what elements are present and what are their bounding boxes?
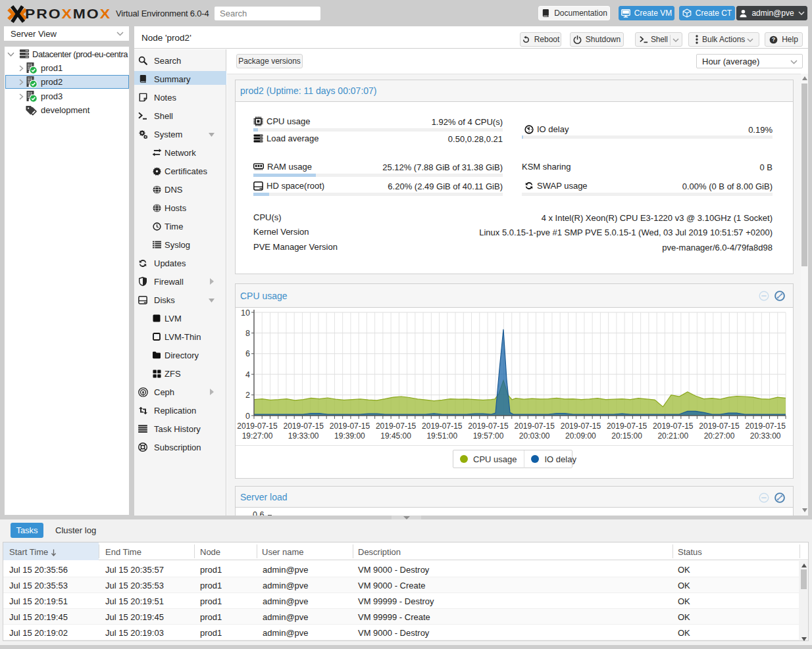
svg-text:2019-07-15: 2019-07-15 [653,421,694,431]
svg-text:4: 4 [245,370,250,379]
svg-text:2019-07-15: 2019-07-15 [607,421,647,431]
svg-text:2019-07-15: 2019-07-15 [468,421,509,431]
svg-text:19:33:00: 19:33:00 [288,431,319,441]
svg-text:2019-07-15: 2019-07-15 [699,421,740,431]
svg-text:2019-07-15: 2019-07-15 [330,421,370,431]
svg-text:?: ? [772,36,775,43]
svg-text:2019-07-15: 2019-07-15 [422,421,463,431]
svg-text:2019-07-15: 2019-07-15 [237,421,278,431]
svg-text:2019-07-15: 2019-07-15 [746,421,786,431]
svg-text:20:15:00: 20:15:00 [611,431,642,441]
svg-text:20:21:00: 20:21:00 [657,431,688,441]
svg-text:0: 0 [245,412,250,421]
svg-text:8: 8 [245,329,250,338]
svg-text:2019-07-15: 2019-07-15 [561,421,601,431]
svg-text:2019-07-15: 2019-07-15 [515,421,555,431]
svg-text:10: 10 [241,308,250,318]
svg-text:2019-07-15: 2019-07-15 [376,421,417,431]
svg-text:19:51:00: 19:51:00 [426,431,457,441]
svg-text:6: 6 [245,349,250,358]
svg-text:20:27:00: 20:27:00 [704,431,735,441]
svg-text:20:33:00: 20:33:00 [750,431,781,441]
svg-text:19:27:00: 19:27:00 [242,431,273,441]
svg-text:20:03:00: 20:03:00 [519,431,550,441]
svg-text:2019-07-15: 2019-07-15 [284,421,324,431]
svg-text:19:45:00: 19:45:00 [380,431,411,441]
svg-text:19:39:00: 19:39:00 [334,431,365,441]
svg-text:19:57:00: 19:57:00 [473,431,504,441]
svg-text:2: 2 [245,391,250,400]
svg-text:20:09:00: 20:09:00 [565,431,596,441]
